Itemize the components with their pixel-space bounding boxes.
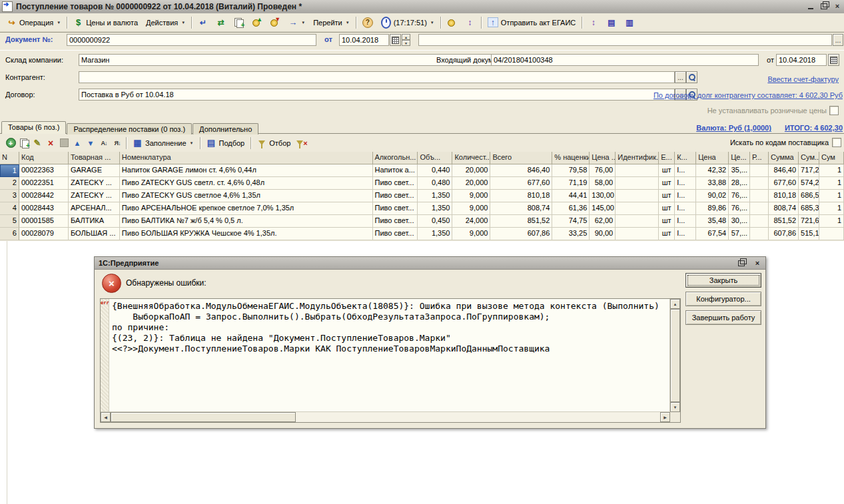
cell[interactable]: 515,14 <box>799 228 819 240</box>
cell[interactable] <box>616 190 659 202</box>
actions-menu-button[interactable]: Действия ▼ <box>142 16 189 29</box>
cell[interactable]: I... <box>675 228 696 240</box>
table-row[interactable]: 300028442ZATECKY ...Пиво ZATECKY GUS све… <box>0 190 844 202</box>
send-egais-act-button[interactable]: ↑ Отправить акт ЕГАИС <box>484 15 580 30</box>
prices-register-button[interactable] <box>443 15 461 30</box>
column-header[interactable]: Цена <box>696 152 729 164</box>
cell[interactable] <box>750 177 769 190</box>
cell[interactable]: 76,00 <box>590 164 616 177</box>
column-header[interactable]: Сумма <box>769 152 799 164</box>
column-header[interactable]: Количест... <box>452 152 490 164</box>
cell[interactable]: 33,25 <box>552 228 590 240</box>
cell[interactable]: 721,63 <box>799 215 819 228</box>
cell[interactable]: 0,480 <box>418 177 452 190</box>
filter-button[interactable]: Отбор <box>253 136 294 150</box>
cell[interactable]: 5 <box>0 215 19 228</box>
column-header[interactable]: N <box>0 152 19 164</box>
cell[interactable]: 90,00 <box>590 228 616 240</box>
cell[interactable]: 57,... <box>729 228 750 240</box>
cell[interactable]: 61,36 <box>552 202 590 215</box>
cell[interactable]: 28,... <box>729 177 750 190</box>
fill-menu-button[interactable]: ▦ Заполнение ▼ <box>129 135 198 150</box>
quit-button[interactable]: Завершить работу <box>685 310 761 325</box>
doc-date-input[interactable] <box>339 34 389 46</box>
cell[interactable]: 89,86 <box>696 202 729 215</box>
cell[interactable]: 1,350 <box>418 228 452 240</box>
doc-number-input[interactable] <box>67 34 316 46</box>
column-header[interactable]: Е... <box>659 152 675 164</box>
column-header[interactable]: Номенклатура <box>120 152 373 164</box>
cell[interactable]: Пиво ZATECKY GUS светлое 4,6% 1,35л <box>120 190 373 202</box>
cell[interactable] <box>750 202 769 215</box>
move-row-down-button[interactable]: ▼ <box>84 136 97 149</box>
cell[interactable]: 685,37 <box>799 202 819 215</box>
cell[interactable]: 1 <box>819 202 844 215</box>
cell[interactable]: 717,29 <box>799 164 819 177</box>
column-header[interactable]: % наценки <box>552 152 590 164</box>
column-header[interactable]: Товарная ... <box>69 152 120 164</box>
cell[interactable]: шт <box>659 202 675 215</box>
cell[interactable] <box>616 164 659 177</box>
cell[interactable] <box>750 164 769 177</box>
cell[interactable]: 2 <box>0 177 19 190</box>
column-header[interactable]: Всего <box>490 152 552 164</box>
cell[interactable]: 1 <box>819 177 844 190</box>
cell[interactable]: 00028442 <box>19 190 69 202</box>
cell[interactable]: ZATECKY ... <box>69 190 120 202</box>
cell[interactable]: 3 <box>0 190 19 202</box>
row-order-button[interactable]: ↕ <box>584 15 602 30</box>
hierarchy-button[interactable]: ▤ <box>602 15 620 30</box>
copy-document-button[interactable]: + <box>230 15 248 30</box>
cell[interactable]: 42,32 <box>696 164 729 177</box>
cell[interactable]: Пиво АРСЕНАЛЬНОЕ крепкое светлое 7,0% 1,… <box>120 202 373 215</box>
cell[interactable]: 20,000 <box>452 164 490 177</box>
cell[interactable]: 846,40 <box>490 164 552 177</box>
table-row[interactable]: 100022363GARAGEНапиток GARAGE лимон ст. … <box>0 164 844 177</box>
cell[interactable]: 74,75 <box>552 215 590 228</box>
column-header[interactable]: Р... <box>750 152 769 164</box>
horizontal-scrollbar[interactable]: ◀ ▶ <box>101 411 670 422</box>
cell[interactable]: 20,000 <box>452 177 490 190</box>
cell[interactable]: 4 <box>0 202 19 215</box>
cell[interactable]: I... <box>675 190 696 202</box>
document-extra-field[interactable] <box>418 34 832 46</box>
cell[interactable]: 677,60 <box>490 177 552 190</box>
enter-invoice-link[interactable]: Ввести счет-фактуру <box>767 75 839 83</box>
cell[interactable]: 35,48 <box>696 215 729 228</box>
incoming-date-input[interactable] <box>776 54 827 66</box>
cell[interactable]: 0,440 <box>418 164 452 177</box>
sort-desc-button[interactable]: Я↓ <box>111 136 124 149</box>
pick-button[interactable]: ▤ Подбор <box>203 135 249 150</box>
cell[interactable]: 00028079 <box>19 228 69 240</box>
horizontal-scroll-thumb[interactable] <box>111 412 296 422</box>
edit-row-button[interactable]: ✎ <box>31 136 44 149</box>
cell[interactable]: 1,350 <box>418 202 452 215</box>
cell[interactable]: ZATECKY ... <box>69 177 120 190</box>
cell[interactable]: 9,000 <box>452 202 490 215</box>
cell[interactable]: 30,... <box>729 215 750 228</box>
cell[interactable] <box>750 190 769 202</box>
scroll-down-icon[interactable]: ▼ <box>670 402 680 412</box>
cell[interactable]: 76,... <box>729 202 750 215</box>
cell[interactable]: БОЛЬШАЯ ... <box>69 228 120 240</box>
cell[interactable]: 67,54 <box>696 228 729 240</box>
cell[interactable]: 00022351 <box>19 177 69 190</box>
cell[interactable]: I... <box>675 164 696 177</box>
contract-debt-link[interactable]: По договору долг контрагенту составляет:… <box>653 91 843 99</box>
add-row-button[interactable]: + <box>4 136 17 149</box>
cell[interactable]: 1 <box>819 164 844 177</box>
cell[interactable]: 810,18 <box>490 190 552 202</box>
extra-field-ellipsis-button[interactable]: ... <box>833 34 843 46</box>
clear-filter-button[interactable]: × <box>294 136 308 149</box>
cell[interactable]: шт <box>659 164 675 177</box>
cell[interactable]: АРСЕНАЛ... <box>69 202 120 215</box>
cell[interactable]: GARAGE <box>69 164 120 177</box>
table-row[interactable]: 500001585БАЛТИКАПиво БАЛТИКА №7 ж/б 5,4 … <box>0 215 844 228</box>
cell[interactable]: 1,350 <box>418 190 452 202</box>
cell[interactable]: Пиво свет... <box>373 202 418 215</box>
cell[interactable] <box>616 228 659 240</box>
time-menu-button[interactable]: (17:17:51) ▼ <box>377 15 438 30</box>
cell[interactable]: 607,86 <box>490 228 552 240</box>
cell[interactable]: 574,24 <box>799 177 819 190</box>
contractor-search-button[interactable] <box>686 71 697 83</box>
